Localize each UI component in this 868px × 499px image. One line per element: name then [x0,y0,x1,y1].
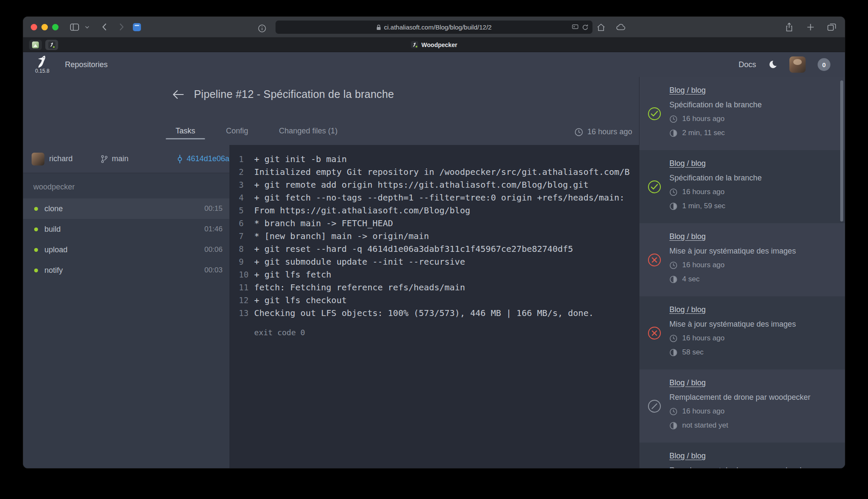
step-row[interactable]: build 01:46 [23,219,229,239]
build-card[interactable]: Blog / blog Mise à jour systématique des… [639,223,845,296]
pipeline-tab[interactable]: Changed files (1) [268,127,348,145]
branch-name: main [112,154,129,163]
builds-list: Blog / blog Spécification de la branche … [639,77,845,468]
pinned-tab-2[interactable] [45,40,58,50]
step-group-label: woodpecker [23,173,229,198]
build-time-row: 16 hours ago [669,114,838,124]
nav-docs[interactable]: Docs [739,60,756,69]
tab-bar: Woodpecker [23,38,845,52]
clock-icon [669,407,677,416]
log-line-number: 7 [239,230,254,242]
log-line-number: 9 [239,255,254,268]
step-row[interactable]: notify 00:03 [23,260,229,281]
pipeline-tab[interactable]: Tasks [165,127,206,145]
log-line-number: 6 [239,217,254,230]
repo-link[interactable]: Blog / blog [669,86,706,95]
duration-icon [669,275,677,283]
log-panel[interactable]: 1 + git init -b main 2 Initialized empty… [229,145,639,468]
step-name: build [44,225,204,234]
back-icon[interactable] [99,21,110,32]
log-lines: 1 + git init -b main 2 Initialized empty… [239,153,639,319]
log-line-text: + git lfs fetch [254,268,331,281]
log-line: 2 Initialized empty Git repository in /w… [239,165,639,178]
home-icon[interactable] [595,22,607,33]
lock-icon [376,24,381,30]
build-branch: main [100,154,176,163]
step-row[interactable]: upload 00:06 [23,239,229,260]
forward-icon[interactable] [116,21,127,32]
check-icon [651,183,658,190]
log-line: 3 + git remote add origin https://git.at… [239,178,639,191]
build-duration: 4 sec [682,275,700,284]
repo-link[interactable]: Blog / blog [669,378,706,387]
duration-icon [669,422,677,430]
build-time: 16 hours ago [682,187,724,197]
reload-icon[interactable] [582,24,589,31]
build-time: 16 hours ago [682,260,724,270]
build-message: Remplacement de drone par woodpecker [669,466,838,468]
build-card[interactable]: Blog / blog Remplacement de drone par wo… [639,443,845,468]
log-line: 8 + git reset --hard -q 4614d1e06a3dabf3… [239,242,639,255]
repo-link[interactable]: Blog / blog [669,451,706,461]
build-card[interactable]: Blog / blog Mise à jour systématique des… [639,296,845,369]
step-list: clone 00:15 build 01:46 [23,198,229,281]
pipeline-tab[interactable]: Config [215,127,259,145]
sidebar-toggle-icon[interactable] [69,21,80,32]
new-tab-icon[interactable] [805,21,816,32]
build-card[interactable]: Blog / blog Spécification de la branche … [639,150,845,223]
back-button[interactable] [172,89,185,100]
step-duration: 01:46 [204,225,223,233]
build-duration-row: 2 min, 11 sec [669,128,838,138]
site-favicon [32,41,39,48]
share-icon[interactable] [783,21,795,32]
tabs-overview-icon[interactable] [826,21,837,32]
build-time: 16 hours ago [682,114,724,124]
pipeline-header: Pipeline #12 - Spécification de la branc… [23,77,639,145]
info-icon[interactable] [256,23,267,34]
extension-icon[interactable] [133,23,141,31]
nav-repositories[interactable]: Repositories [65,60,108,69]
repo-link[interactable]: Blog / blog [669,232,706,241]
repo-link[interactable]: Blog / blog [669,159,706,168]
build-card[interactable]: Blog / blog Remplacement de drone par wo… [639,369,845,443]
log-line-text: + git fetch --no-tags --depth=1 --filter… [254,191,625,204]
build-author: richard [32,153,100,165]
url-text: ci.athaliasoft.com/Blog/blog/build/12/2 [384,24,492,31]
woodpecker-logo[interactable]: 0.15.8 [35,55,50,74]
close-window-button[interactable] [31,24,37,30]
pipeline-time: 16 hours ago [575,127,632,136]
woodpecker-navbar: 0.15.8 Repositories Docs 0 [23,52,845,77]
step-row[interactable]: clone 00:15 [23,198,229,219]
log-line-number: 1 [239,153,254,165]
moon-icon [768,60,777,69]
notifications-badge[interactable]: 0 [818,58,830,71]
log-line: 7 * [new branch] main -> origin/main [239,230,639,242]
log-line-text: + git init -b main [254,153,347,165]
pinned-tab-1[interactable] [29,40,42,50]
build-commit[interactable]: 4614d1e06a [176,154,229,164]
user-avatar[interactable] [789,56,806,73]
zoom-window-button[interactable] [52,24,59,30]
build-card[interactable]: Blog / blog Spécification de la branche … [639,77,845,150]
log-line: 5 From https://git.athaliasoft.com/Blog/… [239,204,639,217]
sidebar-scrollbar[interactable] [840,80,843,221]
cross-icon [651,257,657,263]
app-version: 0.15.8 [35,68,49,74]
build-time-row: 16 hours ago [669,187,838,197]
log-line-text: + git lfs checkout [254,294,347,307]
chevron-down-icon[interactable] [82,21,93,32]
back-arrow-icon [172,89,185,100]
repo-link[interactable]: Blog / blog [669,305,706,314]
content-blocker-icon[interactable] [572,24,578,30]
active-tab[interactable]: Woodpecker [411,41,457,48]
cloud-icon[interactable] [615,22,626,33]
build-duration: 1 min, 59 sec [682,201,725,211]
address-bar[interactable]: ci.athaliasoft.com/Blog/blog/build/12/2 [276,21,592,34]
dark-mode-toggle[interactable] [768,60,777,69]
build-message: Mise à jour systématique des images [669,319,838,329]
build-time-row: 16 hours ago [669,407,838,416]
log-line-text: fetch: Fetching reference refs/heads/mai… [254,281,465,294]
minimize-window-button[interactable] [41,24,48,30]
log-line: 6 * branch main -> FETCH_HEAD [239,217,639,230]
step-status-dot [34,248,38,252]
